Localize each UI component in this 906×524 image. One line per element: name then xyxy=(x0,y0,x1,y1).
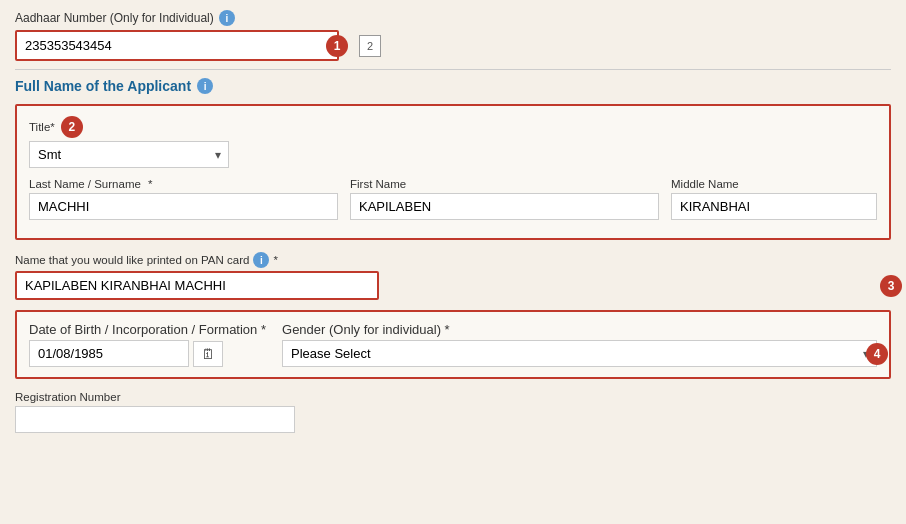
gender-select-container: Please Select Male Female Transgender 4 xyxy=(282,340,877,367)
title-group: Title* 2 Smt Mr Ms Dr Prof xyxy=(29,116,229,168)
last-name-input[interactable] xyxy=(29,193,338,220)
pan-name-section: Name that you would like printed on PAN … xyxy=(15,252,891,300)
dob-group: Date of Birth / Incorporation / Formatio… xyxy=(29,322,266,367)
first-name-label: First Name xyxy=(350,178,659,190)
divider-1 xyxy=(15,69,891,70)
middle-name-input[interactable] xyxy=(671,193,877,220)
title-badge: 2 xyxy=(61,116,83,138)
full-name-title-text: Full Name of the Applicant xyxy=(15,78,191,94)
title-label: Title* 2 xyxy=(29,116,229,138)
middle-name-label: Middle Name xyxy=(671,178,877,190)
gender-select-wrap: Please Select Male Female Transgender xyxy=(282,340,877,367)
names-row: Last Name / Surname * First Name Middle … xyxy=(29,178,877,220)
names-section: Title* 2 Smt Mr Ms Dr Prof Last xyxy=(15,104,891,240)
registration-group: Registration Number xyxy=(15,391,891,433)
gender-group: Gender (Only for individual) * Please Se… xyxy=(282,322,877,367)
title-select[interactable]: Smt Mr Ms Dr Prof xyxy=(29,141,229,168)
first-name-input[interactable] xyxy=(350,193,659,220)
last-name-group: Last Name / Surname * xyxy=(29,178,338,220)
dob-gender-section: Date of Birth / Incorporation / Formatio… xyxy=(15,310,891,379)
gender-badge: 4 xyxy=(866,343,888,365)
pan-name-group: Name that you would like printed on PAN … xyxy=(15,252,891,300)
pan-name-info-icon[interactable]: i xyxy=(253,252,269,268)
gender-label: Gender (Only for individual) * xyxy=(282,322,877,337)
aadhaar-input-wrap: 1 xyxy=(15,30,339,61)
pan-input-border xyxy=(15,271,379,300)
dob-label: Date of Birth / Incorporation / Formatio… xyxy=(29,322,266,337)
page-container: Aadhaar Number (Only for Individual) i 1… xyxy=(0,0,906,524)
aadhaar-badge: 1 xyxy=(326,35,348,57)
aadhaar-input[interactable] xyxy=(17,32,337,59)
pan-name-badge: 3 xyxy=(880,275,902,297)
full-name-section-title: Full Name of the Applicant i xyxy=(15,78,891,94)
aadhaar-info-icon[interactable]: i xyxy=(219,10,235,26)
step2-badge: 2 xyxy=(359,35,381,57)
aadhaar-row: 1 2 xyxy=(15,30,891,61)
aadhaar-section: Aadhaar Number (Only for Individual) i 1… xyxy=(15,10,891,61)
calendar-button[interactable]: 🗓 xyxy=(193,341,223,367)
aadhaar-label: Aadhaar Number (Only for Individual) i xyxy=(15,10,891,26)
title-row: Title* 2 Smt Mr Ms Dr Prof xyxy=(29,116,877,168)
registration-section: Registration Number xyxy=(15,391,891,433)
pan-name-input[interactable] xyxy=(17,273,377,298)
registration-label: Registration Number xyxy=(15,391,891,403)
dob-gender-row: Date of Birth / Incorporation / Formatio… xyxy=(29,322,877,367)
first-name-group: First Name xyxy=(350,178,659,220)
dob-input[interactable] xyxy=(29,340,189,367)
full-name-info-icon[interactable]: i xyxy=(197,78,213,94)
aadhaar-label-text: Aadhaar Number (Only for Individual) xyxy=(15,11,214,25)
pan-name-label: Name that you would like printed on PAN … xyxy=(15,252,891,268)
calendar-icon: 🗓 xyxy=(201,346,215,362)
pan-badge-wrap: 3 xyxy=(15,271,891,300)
last-name-label: Last Name / Surname * xyxy=(29,178,338,190)
title-select-wrapper: Smt Mr Ms Dr Prof xyxy=(29,141,229,168)
gender-select[interactable]: Please Select Male Female Transgender xyxy=(282,340,877,367)
registration-input[interactable] xyxy=(15,406,295,433)
dob-input-wrap: 🗓 xyxy=(29,340,266,367)
middle-name-group: Middle Name xyxy=(671,178,877,220)
